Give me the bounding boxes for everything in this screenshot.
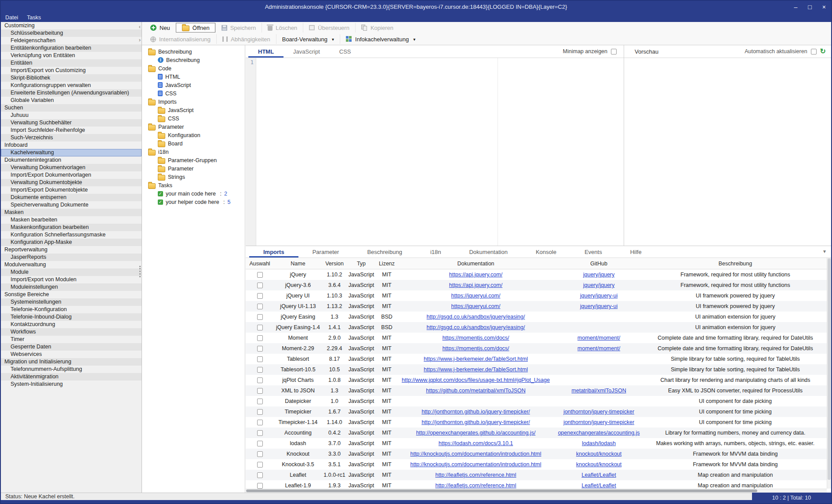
sidebar-item-entitäten[interactable]: Entitäten — [1, 59, 142, 67]
row-select-checkbox[interactable] — [257, 388, 263, 394]
editor-tab-javascript[interactable]: JavaScript — [283, 45, 330, 58]
table-row[interactable]: Tablesort8.17JavaScriptMIThttps://www.j-… — [246, 354, 827, 364]
editor-tab-css[interactable]: CSS — [330, 45, 361, 58]
toolbar-button-board-verwaltung[interactable]: Board-Verwaltung▾ — [276, 34, 340, 44]
table-row[interactable]: Timepicker-1.141.14.0JavaScriptMIThttp:/… — [246, 417, 827, 428]
row-select-checkbox[interactable] — [257, 377, 263, 383]
panel-tab-i18n[interactable]: i18n — [416, 246, 455, 257]
row-select-checkbox[interactable] — [257, 483, 263, 489]
sidebar-item-speicherverwaltung-dokumente[interactable]: Speicherverwaltung Dokumente — [1, 201, 142, 209]
sidebar-item-gesperrte-daten[interactable]: Gesperrte Daten — [1, 343, 142, 351]
toolbar-button-öffnen[interactable]: Öffnen — [176, 23, 215, 33]
tree-item-html[interactable]: HTML — [142, 73, 245, 81]
doc-link[interactable]: https://jqueryui.com/ — [451, 293, 501, 299]
doc-link[interactable]: https://momentjs.com/docs/ — [442, 345, 509, 352]
row-select-checkbox[interactable] — [257, 283, 263, 288]
sidebar-group-dokumentenintegration[interactable]: Dokumentenintegration — [1, 156, 142, 164]
collapse-left-icon[interactable]: ‹ — [139, 24, 141, 29]
tree-item-strings[interactable]: Strings — [142, 173, 245, 181]
panel-tab-events[interactable]: Events — [570, 246, 616, 257]
sidebar-item-import-export-dokumentobjekte[interactable]: Import/Export Dokumentobjekte — [1, 186, 142, 194]
table-row[interactable]: Knockout3.3.0JavaScriptMIThttp://knockou… — [246, 449, 827, 459]
doc-link[interactable]: http://jonthornton.github.io/jquery-time… — [421, 409, 530, 415]
doc-link[interactable]: http://gsgd.co.uk/sandbox/jquery/easing/ — [427, 324, 525, 330]
tree-item-beschreibung[interactable]: Beschreibung — [142, 47, 245, 56]
table-row[interactable]: XML to JSON1.3JavaScriptMIThttps://githu… — [246, 385, 827, 396]
sidebar-group-suchen[interactable]: Suchen — [1, 104, 142, 112]
row-select-checkbox[interactable] — [257, 272, 263, 278]
sidebar-item-entitätenkonfiguration-bearbeiten[interactable]: Entitätenkonfiguration bearbeiten — [1, 44, 142, 52]
sidebar-item-dokumente-entsperren[interactable]: Dokumente entsperren — [1, 194, 142, 201]
github-link[interactable]: openexchangerates/accounting.js — [558, 430, 639, 436]
tree-item-tasks[interactable]: Tasks — [142, 181, 245, 189]
tree-item-parameter-gruppen[interactable]: Parameter-Gruppen — [142, 156, 245, 164]
menu-item-datei[interactable]: Datei — [5, 15, 18, 21]
sidebar-item-konfigurationsgruppen-verwalten[interactable]: Konfigurationsgruppen verwalten — [1, 82, 142, 89]
doc-link[interactable]: http://jonthornton.github.io/jquery-time… — [421, 419, 530, 425]
row-select-checkbox[interactable] — [257, 472, 263, 478]
minimize-button[interactable]: – — [794, 4, 798, 11]
row-select-checkbox[interactable] — [257, 356, 263, 362]
sidebar-item-kontaktzuordnung[interactable]: Kontaktzuordnung — [1, 321, 142, 328]
row-select-checkbox[interactable] — [257, 399, 263, 404]
sidebar-group-reportverwaltung[interactable]: Reportverwaltung — [1, 246, 142, 254]
tree-item-css[interactable]: CSS — [142, 89, 245, 98]
sidebar-item-globale-variablen[interactable]: Globale Variablen — [1, 97, 142, 104]
sidebar-item-feldeigenschaften[interactable]: Feldeigenschaften — [1, 37, 142, 44]
horizontal-scrollbar-thumb[interactable] — [246, 489, 757, 492]
sidebar-group-masken[interactable]: Masken — [1, 209, 142, 216]
sidebar-item-import-export-von-modulen[interactable]: Import/Export von Modulen — [1, 276, 142, 283]
close-button[interactable]: × — [822, 4, 826, 11]
row-select-checkbox[interactable] — [257, 430, 263, 436]
row-select-checkbox[interactable] — [257, 462, 263, 468]
table-row[interactable]: Knockout-3.53.5.1JavaScriptMIThttp://kno… — [246, 459, 827, 470]
panel-tab-dokumentation[interactable]: Dokumentation — [455, 246, 521, 257]
doc-link[interactable]: https://api.jquery.com/ — [449, 272, 502, 278]
vertical-scrollbar[interactable] — [827, 258, 831, 489]
github-link[interactable]: moment/moment/ — [578, 335, 620, 341]
sidebar-item-juhuuu[interactable]: Juhuuu — [1, 112, 142, 119]
vertical-scrollbar-thumb[interactable] — [828, 258, 831, 480]
sidebar-group-infoboard[interactable]: Infoboard — [1, 141, 142, 149]
github-link[interactable]: jonthornton/jquery-timepicker — [563, 419, 634, 425]
tree-item-javascript[interactable]: JavaScript — [142, 106, 245, 114]
row-select-checkbox[interactable] — [257, 346, 263, 352]
github-link[interactable]: jquery/jquery-ui — [580, 303, 618, 309]
tree-item-your-main-code-here[interactable]: your main code here : 2 — [142, 189, 245, 198]
toolbar-button-neu[interactable]: Neu — [145, 23, 176, 33]
doc-link[interactable]: http://leafletjs.com/reference.html — [435, 472, 516, 478]
sidebar-item-such-verzeichnis[interactable]: Such-Verzeichnis — [1, 134, 142, 141]
tree-item-parameter[interactable]: Parameter — [142, 123, 245, 131]
tree-item-your-helper-code-here[interactable]: your helper code here : 5 — [142, 198, 245, 206]
code-editor[interactable]: 1 — [246, 58, 624, 246]
doc-link[interactable]: https://github.com/metatribal/xmlToJSON — [426, 388, 525, 394]
table-row[interactable]: Tablesort-10.510.5JavaScriptMIThttps://w… — [246, 364, 827, 375]
sidebar-item-aktivitätenmigration[interactable]: Aktivitätenmigration — [1, 373, 142, 381]
sidebar-item-import-suchfelder-reihenfolge[interactable]: Import Suchfelder-Reihenfolge — [1, 127, 142, 134]
doc-link[interactable]: http://knockoutjs.com/documentation/intr… — [410, 461, 541, 468]
maximize-button[interactable]: □ — [808, 4, 811, 11]
panel-tab-hilfe[interactable]: Hilfe — [616, 246, 656, 257]
sidebar-item-erweiterte-einstellungen-anwendungsvariablen[interactable]: Erweiterte Einstellungen (Anwendungsvari… — [1, 89, 142, 97]
sidebar-item-verknüpfung-von-entitäten[interactable]: Verknüpfung von Entitäten — [1, 52, 142, 59]
doc-link[interactable]: https://jqueryui.com/ — [451, 303, 501, 309]
doc-link[interactable]: http://gsgd.co.uk/sandbox/jquery/easing/ — [427, 314, 525, 320]
sidebar-item-schlüsselbearbeitung[interactable]: Schlüsselbearbeitung — [1, 29, 142, 37]
sidebar-item-telefonie-konfiguration[interactable]: Telefonie-Konfiguration — [1, 306, 142, 313]
sidebar-item-system-initialisierung[interactable]: System-Initialisierung — [1, 381, 142, 388]
doc-link[interactable]: http://openexchangerates.github.io/accou… — [416, 430, 536, 436]
github-link[interactable]: moment/moment/ — [578, 345, 620, 352]
table-row[interactable]: jQuery UI1.10.3JavaScriptMIThttps://jque… — [246, 290, 827, 301]
sidebar-item-masken-bearbeiten[interactable]: Masken bearbeiten — [1, 216, 142, 224]
sidebar-item-workflows[interactable]: Workflows — [1, 328, 142, 336]
table-row[interactable]: jQuery-3.63.6.4JavaScriptMIThttps://api.… — [246, 280, 827, 290]
github-link[interactable]: Leaflet/Leaflet — [581, 482, 616, 489]
doc-link[interactable]: https://www.j-berkemeier.de/TableSort.ht… — [424, 356, 528, 362]
sidebar-item-konfiguration-app-maske[interactable]: Konfiguration App-Maske — [1, 239, 142, 246]
sidebar-item-telefonnummern-aufsplittung[interactable]: Telefonnummern-Aufsplittung — [1, 366, 142, 373]
sidebar-item-konfiguration-schnellerfassungsmaske[interactable]: Konfiguration Schnellerfassungsmaske — [1, 231, 142, 239]
table-row[interactable]: Leaflet1.0.0-rc1JavaScriptMIThttp://leaf… — [246, 470, 827, 480]
github-link[interactable]: jonthornton/jquery-timepicker — [563, 409, 634, 415]
table-row[interactable]: Moment2.9.0JavaScriptMIThttps://momentjs… — [246, 333, 827, 343]
sidebar-item-skript-bibliothek[interactable]: Skript-Bibliothek — [1, 74, 142, 82]
